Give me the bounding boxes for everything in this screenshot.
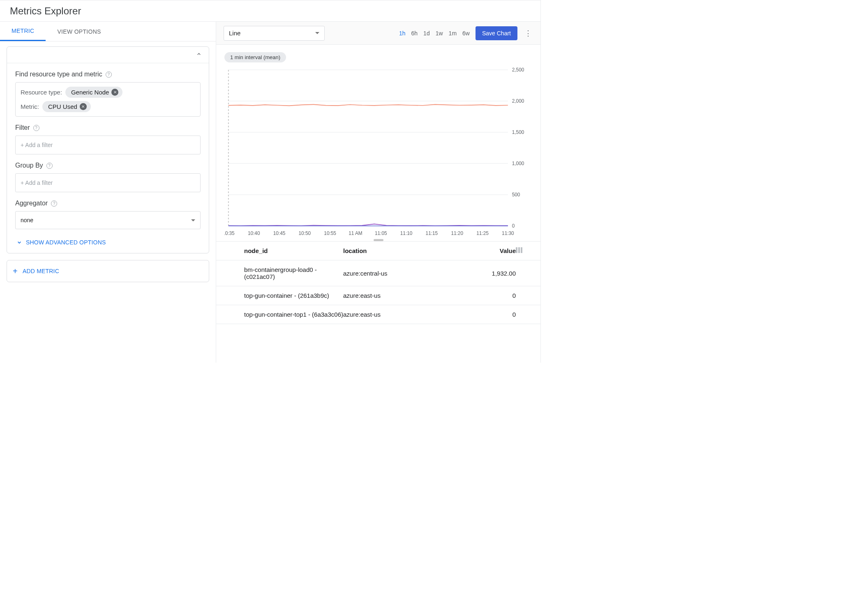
svg-text:11:15: 11:15 bbox=[426, 230, 438, 236]
interval-chip: 1 min interval (mean) bbox=[224, 52, 286, 62]
legend-row[interactable]: top-gun-container - (261a3b9c)azure:east… bbox=[216, 286, 540, 305]
metric-chip[interactable]: CPU Used ✕ bbox=[42, 101, 91, 112]
header: Metrics Explorer bbox=[0, 0, 540, 22]
aggregator-label: Aggregator ? bbox=[15, 200, 201, 207]
page-title: Metrics Explorer bbox=[10, 5, 81, 17]
svg-text:0: 0 bbox=[512, 223, 515, 229]
col-value[interactable]: Value bbox=[458, 247, 516, 254]
svg-text:2,000: 2,000 bbox=[512, 98, 524, 104]
tabs: METRIC VIEW OPTIONS bbox=[0, 22, 216, 41]
svg-text:10:45: 10:45 bbox=[273, 230, 286, 236]
metric-label: Metric: bbox=[21, 103, 39, 110]
help-icon[interactable]: ? bbox=[33, 125, 39, 131]
sidebar: METRIC VIEW OPTIONS Find resource type a… bbox=[0, 22, 216, 363]
main: Line 1h6h1d1w1m6w Save Chart ⋮ 1 min int… bbox=[216, 22, 540, 363]
col-location[interactable]: location bbox=[343, 247, 458, 254]
legend-value: 1,932.00 bbox=[458, 270, 516, 277]
col-node-id[interactable]: node_id bbox=[244, 247, 343, 254]
time-range: 1h6h1d1w1m6w bbox=[399, 30, 470, 37]
plus-icon: + bbox=[13, 267, 18, 275]
time-range-1d[interactable]: 1d bbox=[423, 30, 430, 37]
legend-location: azure:east-us bbox=[343, 311, 458, 318]
svg-text:10:55: 10:55 bbox=[324, 230, 336, 236]
time-range-6h[interactable]: 6h bbox=[411, 30, 418, 37]
legend-node-id: bm-containergroup-load0 - (c021ac07) bbox=[244, 266, 343, 280]
legend-node-id: top-gun-container-top1 - (6a3a3c06) bbox=[244, 311, 343, 318]
group-by-input[interactable]: + Add a filter bbox=[15, 173, 201, 192]
legend-location: azure:east-us bbox=[343, 292, 458, 299]
metric-panel: Find resource type and metric ? Resource… bbox=[7, 46, 209, 253]
tab-metric[interactable]: METRIC bbox=[0, 22, 46, 41]
svg-text:1,500: 1,500 bbox=[512, 129, 524, 135]
svg-text:11:20: 11:20 bbox=[451, 230, 463, 236]
resource-metric-box: Resource type: Generic Node ✕ Metric: CP… bbox=[15, 82, 201, 117]
aggregator-select[interactable]: none bbox=[15, 211, 201, 229]
more-options-icon[interactable]: ⋮ bbox=[523, 29, 533, 38]
time-range-6w[interactable]: 6w bbox=[462, 30, 470, 37]
remove-metric-icon[interactable]: ✕ bbox=[80, 103, 87, 110]
svg-text:10:35: 10:35 bbox=[224, 230, 235, 236]
time-range-1m[interactable]: 1m bbox=[449, 30, 457, 37]
svg-text:1,000: 1,000 bbox=[512, 161, 524, 166]
resource-type-chip[interactable]: Generic Node ✕ bbox=[65, 87, 123, 98]
filter-label: Filter ? bbox=[15, 124, 201, 131]
caret-down-icon bbox=[315, 32, 319, 34]
filter-input[interactable]: + Add a filter bbox=[15, 136, 201, 154]
svg-text:11:25: 11:25 bbox=[476, 230, 489, 236]
remove-resource-type-icon[interactable]: ✕ bbox=[111, 89, 118, 96]
toolbar: Line 1h6h1d1w1m6w Save Chart ⋮ bbox=[216, 22, 540, 45]
svg-text:500: 500 bbox=[512, 192, 520, 198]
columns-icon[interactable] bbox=[516, 247, 532, 254]
help-icon[interactable]: ? bbox=[46, 163, 53, 169]
resource-type-label: Resource type: bbox=[21, 89, 62, 96]
help-icon[interactable]: ? bbox=[106, 71, 112, 78]
caret-down-icon bbox=[191, 219, 195, 221]
help-icon[interactable]: ? bbox=[51, 200, 57, 207]
chart-type-select[interactable]: Line bbox=[224, 26, 325, 41]
find-label: Find resource type and metric ? bbox=[15, 71, 201, 78]
collapse-panel-icon[interactable] bbox=[196, 51, 202, 59]
tab-view-options[interactable]: VIEW OPTIONS bbox=[46, 22, 112, 41]
svg-text:2,500: 2,500 bbox=[512, 67, 524, 73]
svg-text:11:30: 11:30 bbox=[502, 230, 514, 236]
legend-location: azure:central-us bbox=[343, 270, 458, 277]
save-chart-button[interactable]: Save Chart bbox=[476, 26, 517, 40]
legend-row[interactable]: bm-containergroup-load0 - (c021ac07)azur… bbox=[216, 260, 540, 286]
legend-header: node_id location Value bbox=[216, 242, 540, 260]
chevron-down-icon bbox=[16, 239, 23, 246]
svg-text:11:05: 11:05 bbox=[375, 230, 387, 236]
legend-value: 0 bbox=[458, 311, 516, 318]
legend: node_id location Value bm-containergroup… bbox=[216, 241, 540, 324]
show-advanced-options[interactable]: SHOW ADVANCED OPTIONS bbox=[15, 237, 201, 250]
svg-text:11:10: 11:10 bbox=[400, 230, 413, 236]
legend-row[interactable]: top-gun-container-top1 - (6a3a3c06)azure… bbox=[216, 305, 540, 324]
time-range-1h[interactable]: 1h bbox=[399, 30, 406, 37]
time-range-1w[interactable]: 1w bbox=[436, 30, 443, 37]
svg-text:11 AM: 11 AM bbox=[349, 230, 362, 236]
group-by-label: Group By ? bbox=[15, 162, 201, 169]
svg-text:10:40: 10:40 bbox=[248, 230, 260, 236]
add-metric-button[interactable]: + ADD METRIC bbox=[7, 260, 209, 282]
legend-node-id: top-gun-container - (261a3b9c) bbox=[244, 292, 343, 299]
svg-text:10:50: 10:50 bbox=[299, 230, 311, 236]
legend-value: 0 bbox=[458, 292, 516, 299]
chart[interactable]: 05001,0001,5002,0002,50010:3510:4010:451… bbox=[224, 66, 532, 238]
